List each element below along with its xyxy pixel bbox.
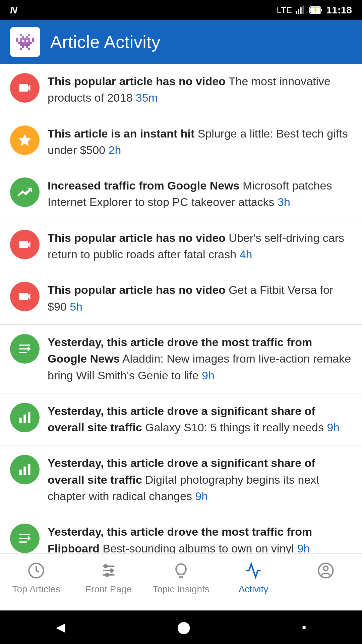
signal-icon: [295, 5, 306, 15]
item-time: 9h: [195, 490, 208, 502]
list-item[interactable]: Increased traffic from Google News Micro…: [0, 168, 362, 220]
list-item[interactable]: This popular article has no video Get a …: [0, 272, 362, 325]
nav-label-topic-insights: Topic Insights: [153, 584, 209, 595]
svg-rect-13: [19, 418, 22, 423]
nav-item-top-articles[interactable]: Top Articles: [0, 560, 72, 595]
nav-label-top-articles: Top Articles: [12, 584, 60, 595]
item-content: Yesterday, this article drove a signific…: [48, 403, 352, 436]
list-trending-icon: [10, 334, 40, 364]
app-header: 👾 Article Activity: [0, 20, 362, 64]
video-icon: [10, 282, 40, 311]
page-title: Article Activity: [50, 32, 161, 52]
list-item[interactable]: Yesterday, this article drove the most t…: [0, 325, 362, 393]
nav-item-profile[interactable]: [290, 560, 362, 584]
avatar-icon: [315, 560, 337, 581]
item-content: Yesterday, this article drove the most t…: [48, 524, 352, 557]
clock-icon: [25, 560, 47, 581]
lightbulb-icon: [170, 560, 192, 581]
svg-point-32: [324, 566, 328, 571]
item-bold-text: This popular article has no video: [48, 75, 226, 88]
n-icon: N: [10, 4, 17, 16]
svg-rect-0: [296, 11, 297, 14]
lte-indicator: LTE: [277, 5, 292, 15]
svg-rect-15: [28, 412, 30, 423]
svg-point-27: [104, 565, 107, 568]
status-right: LTE 11:18: [277, 4, 352, 16]
home-button[interactable]: ⬤: [177, 620, 190, 634]
item-content: Yesterday, this article drove the most t…: [48, 334, 352, 384]
activity-icon: [243, 560, 264, 581]
item-time: 2h: [109, 144, 121, 156]
list-item[interactable]: This article is an instant hit Splurge a…: [0, 116, 362, 168]
time-display: 11:18: [326, 4, 352, 16]
video-icon: [10, 73, 40, 103]
svg-rect-5: [321, 9, 322, 11]
item-time: 4h: [240, 248, 252, 261]
bottom-nav: Top Articles Front Page Topic Insights: [0, 553, 362, 610]
item-content: Yesterday, this article drove a signific…: [48, 455, 352, 504]
item-content: Increased traffic from Google News Micro…: [48, 177, 352, 211]
item-content: This popular article has no video The mo…: [48, 73, 352, 106]
list-item[interactable]: This popular article has no video The mo…: [0, 64, 362, 116]
status-left: N: [10, 4, 17, 16]
svg-rect-18: [28, 464, 30, 475]
bar-chart-icon: [10, 455, 40, 484]
svg-rect-2: [300, 7, 302, 14]
item-bold-text: This popular article has no video: [48, 283, 226, 296]
item-body-text: Galaxy S10: 5 things it really needs: [142, 421, 327, 434]
item-bold-text: This article is an instant hit: [48, 127, 194, 140]
trending-up-icon: [10, 177, 40, 207]
svg-rect-1: [298, 9, 299, 14]
svg-rect-14: [23, 415, 26, 423]
svg-rect-3: [303, 6, 304, 14]
svg-rect-17: [23, 467, 26, 475]
svg-point-28: [110, 569, 113, 572]
item-time: 9h: [297, 542, 310, 555]
status-bar: N LTE 11:18: [0, 0, 362, 20]
nav-item-topic-insights[interactable]: Topic Insights: [145, 560, 217, 595]
list-trending-icon: [10, 524, 40, 553]
sliders-icon: [98, 560, 119, 581]
video-icon: [10, 230, 40, 259]
item-content: This popular article has no video Get a …: [48, 282, 352, 315]
star-icon: [10, 125, 40, 155]
item-content: This popular article has no video Uber's…: [48, 230, 352, 263]
android-nav-bar: ◀ ⬤ ▪: [0, 610, 362, 644]
svg-rect-16: [19, 470, 22, 475]
svg-point-29: [106, 574, 109, 577]
bar-chart-icon: [10, 403, 40, 432]
item-bold-text: Increased traffic from Google News: [48, 179, 240, 192]
item-time: 5h: [70, 300, 82, 313]
nav-item-front-page[interactable]: Front Page: [72, 560, 145, 595]
item-time: 9h: [327, 421, 340, 434]
battery-icon: [309, 5, 323, 15]
nav-label-front-page: Front Page: [85, 584, 132, 595]
list-item[interactable]: This popular article has no video Uber's…: [0, 220, 362, 273]
list-item[interactable]: Yesterday, this article drove a signific…: [0, 445, 362, 514]
item-time: 35m: [136, 91, 158, 104]
list-item[interactable]: Yesterday, this article drove a signific…: [0, 393, 362, 446]
item-time: 9h: [202, 369, 215, 382]
nav-label-activity: Activity: [239, 584, 268, 595]
recents-button[interactable]: ▪: [302, 620, 306, 634]
back-button[interactable]: ◀: [56, 620, 65, 634]
item-time: 3h: [278, 196, 290, 208]
nav-item-activity[interactable]: Activity: [217, 560, 290, 595]
item-content: This article is an instant hit Splurge a…: [48, 125, 352, 159]
app-logo: 👾: [10, 27, 40, 57]
item-bold-text: This popular article has no video: [48, 231, 226, 244]
item-body-text: Best-sounding albums to own on vinyl: [100, 542, 297, 555]
